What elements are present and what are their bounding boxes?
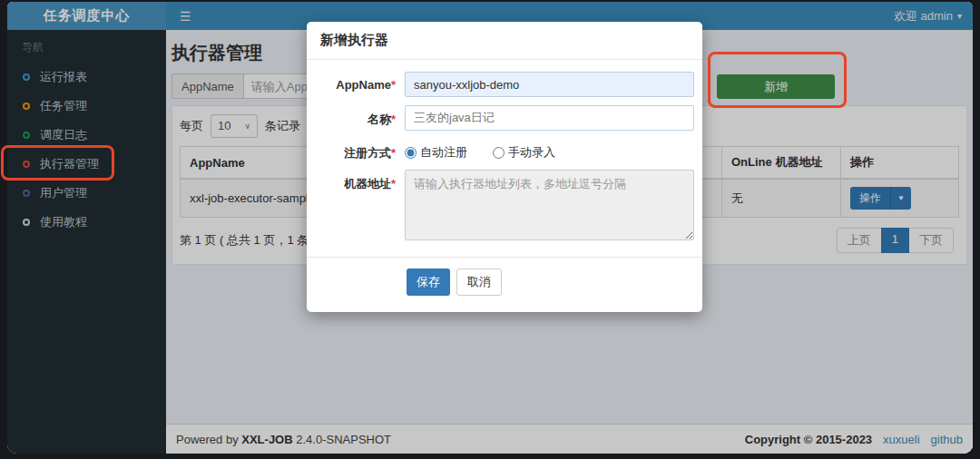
manual-register-radio-input[interactable] [493, 147, 505, 159]
save-button[interactable]: 保存 [407, 269, 450, 296]
required-mark: * [391, 112, 396, 126]
modal-footer: 保存 取消 [307, 257, 702, 312]
manual-register-radio[interactable]: 手动录入 [493, 143, 555, 161]
address-field-label: 机器地址* [320, 170, 396, 244]
auto-register-radio-input[interactable] [405, 147, 416, 159]
appname-field-label: AppName* [320, 72, 396, 97]
appname-field-row: AppName* [320, 72, 694, 97]
modal-body: AppName* 名称* 注册方式* 自动注册 [307, 60, 702, 257]
required-mark: * [391, 177, 396, 190]
required-mark: * [391, 78, 396, 92]
address-field-row: 机器地址* [320, 170, 694, 244]
register-type-field-row: 注册方式* 自动注册 手动录入 [320, 139, 694, 161]
modal-title: 新增执行器 [307, 22, 702, 60]
register-type-field-label: 注册方式* [320, 139, 396, 161]
name-field-label: 名称* [320, 105, 396, 131]
add-executor-modal: 新增执行器 AppName* 名称* 注册方式* 自动注册 [307, 22, 702, 312]
required-mark: * [391, 146, 396, 160]
name-field-row: 名称* [320, 105, 694, 131]
appname-input[interactable] [405, 72, 694, 97]
executor-name-input[interactable] [405, 105, 694, 131]
auto-register-radio[interactable]: 自动注册 [405, 143, 467, 161]
app-window: 任务调度中心 ☰ 欢迎 admin ▾ 导航 运行报表 任务管理 调度日志 执行… [7, 2, 973, 454]
cancel-button[interactable]: 取消 [456, 269, 502, 296]
machine-address-textarea[interactable] [405, 170, 694, 240]
